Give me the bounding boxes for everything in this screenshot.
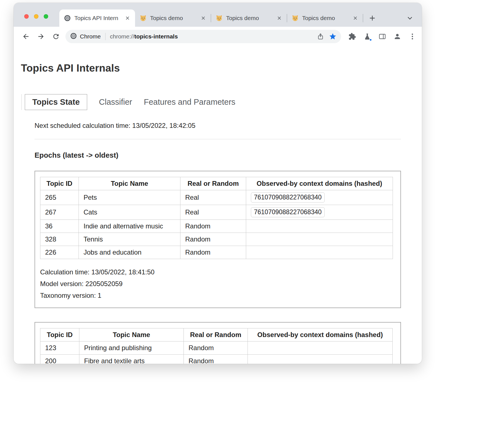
url-host: topics-internals	[134, 33, 178, 40]
topic-name-cell: Cats	[79, 205, 180, 220]
side-panel-button[interactable]	[375, 29, 390, 44]
extensions-puzzle-icon	[348, 33, 356, 40]
col-topic-id: Topic ID	[40, 177, 79, 190]
real-or-random-cell: Random	[184, 342, 248, 355]
browser-window: Topics API Intern Topics demo	[14, 3, 422, 364]
chrome-labs-button[interactable]	[360, 29, 375, 44]
topic-id-cell: 328	[40, 233, 79, 246]
browser-toolbar: Chrome chrome://topics-internals	[14, 27, 422, 46]
chrome-logo-icon	[70, 32, 77, 41]
tab-classifier[interactable]: Classifier	[99, 97, 132, 107]
bookmark-star-icon	[329, 33, 337, 40]
tab-strip: Topics API Intern Topics demo	[14, 3, 422, 27]
tab-topics-state[interactable]: Topics State	[25, 94, 87, 110]
page-title: Topics API Internals	[21, 62, 422, 74]
table-row: 123 Printing and publishing Random	[40, 342, 393, 355]
more-menu-icon	[408, 33, 416, 40]
table-header-row: Topic ID Topic Name Real or Random Obser…	[40, 177, 393, 190]
table-row: 226 Jobs and education Random	[40, 246, 393, 259]
topic-name-cell: Jobs and education	[79, 246, 180, 259]
topic-name-cell: Printing and publishing	[79, 342, 184, 355]
real-or-random-cell: Random	[180, 246, 246, 259]
browser-tab-topics-demo-1[interactable]: Topics demo	[135, 9, 211, 27]
zoom-window-button[interactable]	[44, 14, 48, 19]
tab-title: Topics demo	[302, 15, 352, 21]
cat-icon	[292, 14, 299, 22]
topic-name-cell: Fibre and textile arts	[79, 355, 184, 364]
tab-title: Topics demo	[226, 15, 276, 21]
browser-tab-topics-demo-3[interactable]: Topics demo	[287, 9, 363, 27]
col-topic-name: Topic Name	[79, 328, 184, 342]
taxonomy-version: Taxonomy version: 1	[40, 290, 395, 301]
window-controls	[24, 14, 48, 19]
table-row: 200 Fibre and textile arts Random	[40, 355, 393, 364]
col-observed-by: Observed-by context domains (hashed)	[246, 177, 393, 190]
table-row: 265 Pets Real 7610709088227068340	[40, 190, 393, 205]
domains-cell	[248, 342, 393, 355]
topic-id-cell: 36	[40, 220, 79, 233]
domains-cell	[246, 220, 393, 233]
browser-tab-topics-internals[interactable]: Topics API Intern	[59, 9, 135, 27]
calculation-time: Calculation time: 13/05/2022, 18:41:50	[40, 266, 395, 278]
real-or-random-cell: Random	[180, 220, 246, 233]
close-icon[interactable]	[352, 14, 359, 22]
col-topic-id: Topic ID	[40, 328, 79, 342]
epoch-metadata: Calculation time: 13/05/2022, 18:41:50 M…	[40, 266, 395, 301]
bookmark-button[interactable]	[327, 30, 339, 43]
minimize-window-button[interactable]	[34, 14, 38, 19]
address-bar[interactable]: Chrome chrome://topics-internals	[65, 30, 341, 43]
table-row: 267 Cats Real 7610709088227068340	[40, 205, 393, 220]
tab-features-and-parameters[interactable]: Features and Parameters	[144, 97, 236, 107]
close-icon[interactable]	[200, 14, 207, 22]
browser-tab-topics-demo-2[interactable]: Topics demo	[211, 9, 287, 27]
hashed-domain-chip[interactable]: 7610709088227068340	[251, 192, 325, 203]
epoch-table: Topic ID Topic Name Real or Random Obser…	[40, 177, 393, 259]
page-tab-bar: Topics State Classifier Features and Par…	[25, 94, 422, 110]
tab-search-button[interactable]	[405, 13, 415, 23]
topic-name-cell: Tennis	[79, 233, 180, 246]
chevron-down-icon	[406, 14, 414, 22]
tab-separator	[363, 14, 363, 22]
profile-button[interactable]	[390, 29, 405, 44]
topic-id-cell: 123	[40, 342, 79, 355]
epoch-table: Topic ID Topic Name Real or Random Obser…	[40, 328, 393, 364]
back-button[interactable]	[19, 29, 33, 44]
reload-icon	[52, 33, 60, 40]
close-window-button[interactable]	[24, 14, 29, 19]
topic-id-cell: 200	[40, 355, 79, 364]
labs-notification-dot	[369, 38, 372, 41]
real-or-random-cell: Random	[184, 355, 248, 364]
back-icon	[22, 33, 30, 40]
new-tab-icon	[368, 14, 376, 22]
site-label: Chrome	[80, 33, 101, 40]
chrome-page-icon	[64, 14, 71, 22]
cat-icon	[140, 14, 147, 22]
domains-cell	[246, 246, 393, 259]
forward-icon	[37, 33, 45, 40]
url-scheme: chrome://	[110, 33, 134, 40]
profile-avatar-icon	[393, 33, 401, 40]
extensions-button[interactable]	[345, 29, 359, 44]
reload-button[interactable]	[49, 29, 63, 44]
close-icon[interactable]	[124, 14, 131, 22]
topics-state-panel: Next scheduled calculation time: 13/05/2…	[35, 122, 401, 364]
tab-title: Topics demo	[150, 15, 200, 21]
domains-cell	[248, 355, 393, 364]
more-menu-button[interactable]	[405, 29, 420, 44]
new-tab-button[interactable]	[368, 13, 377, 23]
divider	[35, 139, 401, 139]
table-header-row: Topic ID Topic Name Real or Random Obser…	[40, 328, 393, 342]
next-calculation-time: Next scheduled calculation time: 13/05/2…	[35, 122, 401, 130]
epochs-heading: Epochs (latest -> oldest)	[35, 151, 401, 160]
epoch-box-older: Topic ID Topic Name Real or Random Obser…	[35, 322, 401, 364]
real-or-random-cell: Random	[180, 233, 246, 246]
close-icon[interactable]	[276, 14, 283, 22]
table-row: 328 Tennis Random	[40, 233, 393, 246]
browser-tabs: Topics API Intern Topics demo	[59, 9, 422, 27]
forward-button[interactable]	[34, 29, 48, 44]
side-panel-icon	[378, 33, 386, 40]
hashed-domain-chip[interactable]: 7610709088227068340	[251, 207, 325, 217]
url-text[interactable]: chrome://topics-internals	[110, 33, 314, 40]
share-button[interactable]	[314, 30, 327, 43]
epoch-box-latest: Topic ID Topic Name Real or Random Obser…	[35, 171, 401, 308]
